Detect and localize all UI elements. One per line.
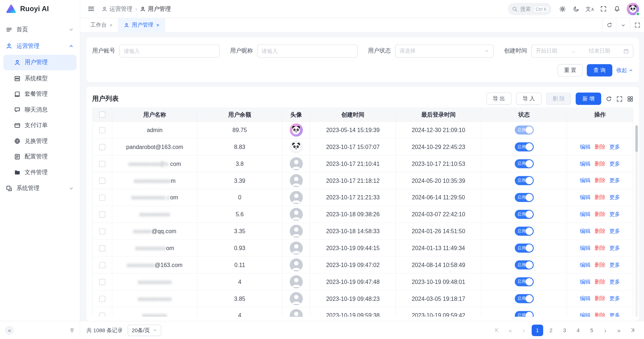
- more-link[interactable]: 更多: [609, 177, 620, 185]
- tab-menu-chevron-icon[interactable]: [616, 18, 630, 32]
- refresh-list-icon[interactable]: [606, 96, 612, 102]
- edit-link[interactable]: 编辑: [580, 177, 591, 185]
- translate-icon[interactable]: 文A: [584, 3, 595, 15]
- user-avatar[interactable]: [627, 3, 639, 15]
- row-checkbox[interactable]: [99, 144, 105, 150]
- sidebar-item-model[interactable]: 系统模型: [0, 71, 80, 86]
- content-fullscreen-icon[interactable]: [630, 18, 644, 32]
- delete-link[interactable]: 删除: [595, 177, 605, 185]
- page-button-3[interactable]: 3: [559, 324, 570, 336]
- close-icon[interactable]: ×: [156, 22, 159, 28]
- status-toggle[interactable]: 启用: [514, 193, 533, 202]
- more-link[interactable]: 更多: [609, 244, 620, 252]
- dark-mode-moon-icon[interactable]: [570, 3, 582, 15]
- sidebar-item-order[interactable]: 支付订单: [0, 118, 80, 133]
- sidebar-item-chat[interactable]: 聊天消息: [0, 102, 80, 117]
- status-toggle[interactable]: 启用: [514, 143, 533, 152]
- edit-link[interactable]: 编辑: [580, 143, 591, 151]
- breadcrumb-user-management[interactable]: 用户管理: [140, 5, 171, 13]
- logo[interactable]: Ruoyi AI: [0, 0, 80, 18]
- next-page-button[interactable]: ›: [600, 324, 611, 336]
- select-all-checkbox[interactable]: [99, 112, 105, 118]
- table-scrollbar[interactable]: [635, 125, 638, 317]
- status-toggle[interactable]: 启用: [514, 277, 533, 286]
- delete-link[interactable]: 删除: [595, 227, 605, 235]
- delete-link[interactable]: 删除: [595, 194, 605, 201]
- row-checkbox[interactable]: [99, 279, 105, 285]
- pin-sidebar-icon[interactable]: [69, 327, 75, 333]
- first-page-button[interactable]: [491, 324, 503, 336]
- collapse-filters-link[interactable]: 收起: [616, 67, 633, 74]
- delete-link[interactable]: 删除: [595, 278, 605, 286]
- status-toggle[interactable]: 启用: [514, 159, 533, 168]
- next-5-pages-button[interactable]: »: [613, 324, 625, 336]
- sidebar-item-user[interactable]: 用户管理: [3, 55, 76, 70]
- edit-link[interactable]: 编辑: [580, 227, 591, 235]
- status-toggle[interactable]: 启用: [514, 294, 533, 303]
- delete-link[interactable]: 删除: [595, 312, 605, 317]
- more-link[interactable]: 更多: [609, 227, 620, 235]
- delete-link[interactable]: 删除: [595, 143, 605, 151]
- page-button-5[interactable]: 5: [586, 324, 598, 336]
- more-link[interactable]: 更多: [609, 278, 620, 286]
- more-link[interactable]: 更多: [609, 160, 620, 168]
- sidebar-item-exchange[interactable]: 兑换管理: [0, 133, 80, 149]
- more-link[interactable]: 更多: [609, 194, 620, 201]
- edit-link[interactable]: 编辑: [580, 244, 591, 252]
- row-checkbox[interactable]: [99, 194, 105, 200]
- page-size-select[interactable]: 20条/页: [128, 324, 162, 336]
- table-fullscreen-icon[interactable]: [616, 96, 622, 102]
- status-toggle[interactable]: 启用: [514, 261, 533, 270]
- status-toggle[interactable]: 启用: [514, 176, 533, 185]
- delete-link[interactable]: 删除: [595, 261, 605, 269]
- edit-link[interactable]: 编辑: [580, 211, 591, 218]
- sidebar-item-operations[interactable]: 运营管理: [0, 38, 80, 54]
- row-checkbox[interactable]: [99, 127, 105, 133]
- tab-workbench[interactable]: 工作台 ×: [85, 18, 118, 32]
- status-toggle[interactable]: 启用: [514, 210, 533, 219]
- account-input[interactable]: [120, 44, 220, 58]
- more-link[interactable]: 更多: [609, 211, 620, 218]
- tab-user-management[interactable]: 用户管理 ×: [118, 18, 165, 32]
- row-checkbox[interactable]: [99, 262, 105, 268]
- settings-gear-icon[interactable]: [557, 3, 568, 15]
- search-button[interactable]: 查 询: [587, 64, 612, 76]
- more-link[interactable]: 更多: [609, 295, 620, 303]
- edit-link[interactable]: 编辑: [580, 312, 591, 317]
- prev-page-button[interactable]: ‹: [518, 324, 530, 336]
- global-search[interactable]: 搜索 Ctrl K: [508, 3, 551, 15]
- edit-link[interactable]: 编辑: [580, 295, 591, 303]
- row-checkbox[interactable]: [99, 245, 105, 251]
- status-toggle[interactable]: 启用: [514, 126, 533, 135]
- row-checkbox[interactable]: [99, 295, 105, 302]
- status-toggle[interactable]: 启用: [514, 311, 533, 317]
- page-button-1[interactable]: 1: [532, 324, 543, 336]
- sidebar-item-system[interactable]: 系统管理: [0, 180, 80, 197]
- sidebar-item-file[interactable]: 文件管理: [0, 164, 80, 180]
- more-link[interactable]: 更多: [609, 312, 620, 317]
- more-link[interactable]: 更多: [609, 143, 620, 151]
- nickname-input[interactable]: [257, 44, 357, 58]
- status-toggle[interactable]: 启用: [514, 227, 533, 236]
- delete-button[interactable]: 删 除: [546, 92, 571, 105]
- close-icon[interactable]: ×: [109, 22, 113, 28]
- edit-link[interactable]: 编辑: [580, 261, 591, 269]
- delete-link[interactable]: 删除: [595, 211, 605, 218]
- date-range-picker[interactable]: 开始日期 → 结束日期: [531, 44, 633, 58]
- sidebar-item-config[interactable]: 配置管理: [0, 149, 80, 164]
- row-checkbox[interactable]: [99, 228, 105, 234]
- refresh-tab-icon[interactable]: [602, 18, 616, 32]
- row-checkbox[interactable]: [99, 161, 105, 167]
- delete-link[interactable]: 删除: [595, 160, 605, 168]
- edit-link[interactable]: 编辑: [580, 278, 591, 286]
- page-button-4[interactable]: 4: [572, 324, 584, 336]
- page-button-2[interactable]: 2: [545, 324, 557, 336]
- collapse-sidebar-button[interactable]: «: [5, 326, 14, 335]
- last-page-button[interactable]: [627, 324, 638, 336]
- reset-button[interactable]: 重 置: [558, 64, 583, 76]
- status-toggle[interactable]: 启用: [514, 244, 533, 253]
- column-settings-icon[interactable]: [627, 96, 633, 102]
- notification-bell-icon[interactable]: [611, 3, 623, 15]
- row-checkbox[interactable]: [99, 211, 105, 217]
- edit-link[interactable]: 编辑: [580, 194, 591, 201]
